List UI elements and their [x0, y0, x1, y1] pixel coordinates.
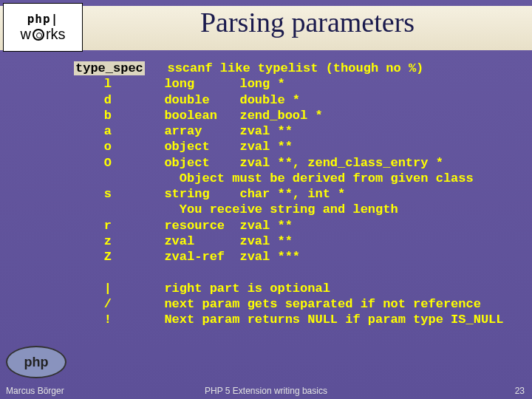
slide: php| w rks Parsing parameters type_spec …: [0, 0, 532, 399]
footer-page-number: 23: [515, 386, 525, 396]
code-block: type_spec sscanf like typelist (though n…: [74, 61, 525, 327]
php-logo: php: [6, 346, 66, 384]
phpworks-logo: php| w rks: [3, 3, 83, 52]
logo-top-text: php|: [27, 12, 59, 26]
logo-bottom-text: w rks: [20, 26, 65, 43]
slide-title: Parsing parameters: [89, 6, 526, 38]
php-ellipse-icon: php: [6, 346, 66, 378]
ring-icon: [33, 29, 44, 41]
footer-title: PHP 5 Extension writing basics: [0, 386, 532, 396]
type-spec-highlight: type_spec: [74, 61, 145, 75]
